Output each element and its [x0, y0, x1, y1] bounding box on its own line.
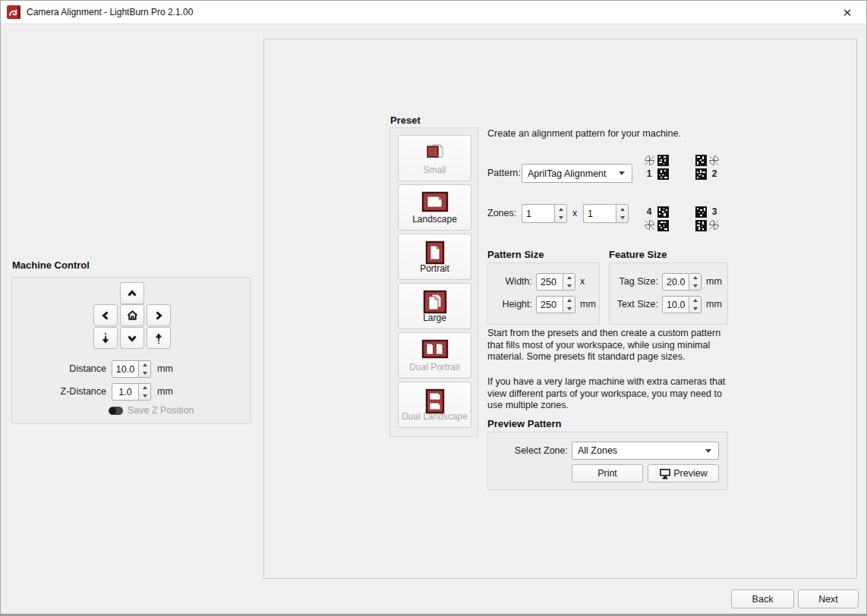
- portrait-page-icon: [399, 240, 471, 265]
- chevron-down-icon: [126, 332, 138, 344]
- preview-button-label: Preview: [673, 468, 707, 479]
- apriltag-icon: [657, 206, 669, 218]
- z-distance-spin-arrows[interactable]: [138, 384, 150, 400]
- landscape-page-icon: [399, 191, 471, 212]
- preset-title: Preset: [390, 115, 421, 126]
- back-button[interactable]: Back: [731, 589, 794, 608]
- preset-small-button[interactable]: Small: [398, 135, 471, 181]
- jog-right-button[interactable]: [147, 304, 171, 326]
- preview-button[interactable]: Preview: [648, 464, 719, 482]
- text-size-value: 10.0: [663, 297, 689, 313]
- monitor-icon: [659, 468, 671, 479]
- pattern-preview-corner-4: 4: [643, 206, 669, 231]
- apriltag-icon: [695, 206, 707, 218]
- chevron-up-icon: [126, 288, 138, 300]
- preset-portrait-button[interactable]: Portrait: [398, 234, 471, 280]
- z-distance-unit: mm: [157, 383, 173, 401]
- distance-spin-arrows[interactable]: [138, 361, 150, 377]
- help-paragraph-1: Start from the presets and then create a…: [487, 328, 732, 363]
- preset-group: Small Landscape Portrait: [389, 127, 478, 437]
- height-spin-arrows[interactable]: [563, 297, 575, 313]
- z-distance-value: 1.0: [112, 384, 138, 400]
- jog-down-button[interactable]: [120, 327, 144, 349]
- save-z-position-toggle[interactable]: [109, 407, 123, 415]
- pattern-size-title: Pattern Size: [487, 249, 544, 260]
- pattern-size-group: Width: 250 x Height: 250 mm: [487, 262, 600, 325]
- z-down-arrow-icon: [99, 332, 112, 344]
- dropdown-arrow-icon: [619, 171, 625, 175]
- select-zone-combobox[interactable]: All Zones: [572, 442, 719, 460]
- tag-size-unit: mm: [706, 273, 722, 291]
- tag-size-label: Tag Size:: [610, 273, 658, 291]
- z-distance-spinner[interactable]: 1.0: [112, 383, 151, 401]
- height-spinner[interactable]: 250: [536, 296, 575, 313]
- tag-size-value: 20.0: [663, 274, 689, 290]
- next-button[interactable]: Next: [798, 589, 859, 608]
- small-page-icon: [399, 142, 471, 162]
- width-value: 250: [537, 274, 563, 290]
- width-label: Width:: [488, 273, 532, 291]
- back-button-label: Back: [752, 594, 774, 605]
- home-button[interactable]: [120, 304, 144, 326]
- width-suffix: x: [580, 273, 585, 291]
- distance-spinner[interactable]: 10.0: [112, 360, 151, 378]
- text-size-label: Text Size:: [610, 296, 658, 313]
- zones-cols-spinner[interactable]: 1: [522, 204, 567, 223]
- registration-mark-icon: [708, 154, 720, 166]
- machine-control-group: Distance 10.0 mm Z-Distance 1.0 mm Save …: [11, 277, 251, 424]
- jog-up-button[interactable]: [120, 282, 144, 304]
- feature-size-title: Feature Size: [609, 249, 667, 260]
- preset-dual-portrait-button[interactable]: Dual Portrait: [398, 332, 471, 379]
- z-down-button[interactable]: [93, 327, 118, 349]
- width-spin-arrows[interactable]: [563, 274, 575, 290]
- pattern-preview-corner-1: 1: [643, 154, 669, 180]
- text-size-unit: mm: [706, 296, 722, 313]
- print-button-label: Print: [597, 468, 617, 479]
- tag-size-spinner[interactable]: 20.0: [662, 273, 701, 291]
- close-icon[interactable]: ✕: [836, 1, 859, 24]
- width-spinner[interactable]: 250: [536, 273, 575, 291]
- z-distance-label: Z-Distance: [12, 383, 106, 401]
- apriltag-icon: [657, 219, 669, 231]
- jog-left-button[interactable]: [93, 304, 118, 326]
- corner-number: 1: [643, 168, 655, 180]
- print-button[interactable]: Print: [572, 464, 643, 482]
- zones-label: Zones:: [487, 203, 516, 223]
- help-paragraph-2: If you have a very large machine with ex…: [487, 376, 732, 412]
- zones-rows-spinner[interactable]: 1: [583, 204, 629, 223]
- preset-large-button[interactable]: Large: [398, 283, 471, 329]
- window-title: Camera Alignment - LightBurn Pro 2.1.00: [27, 7, 193, 17]
- text-size-spinner[interactable]: 10.0: [662, 296, 701, 313]
- feature-size-group: Tag Size: 20.0 mm Text Size: 10.0 mm: [609, 262, 728, 325]
- machine-control-title: Machine Control: [12, 259, 90, 271]
- apriltag-icon: [695, 168, 707, 180]
- apriltag-icon: [695, 154, 707, 166]
- pattern-label: Pattern:: [487, 164, 521, 183]
- height-label: Height:: [488, 296, 532, 313]
- preset-landscape-button[interactable]: Landscape: [398, 184, 471, 231]
- zones-rows-spin-arrows[interactable]: [616, 205, 628, 222]
- registration-mark-icon: [643, 154, 655, 166]
- apriltag-icon: [657, 154, 669, 166]
- camera-alignment-window: Camera Alignment - LightBurn Pro 2.1.00 …: [0, 0, 867, 616]
- apriltag-icon: [695, 219, 707, 231]
- height-suffix: mm: [580, 296, 596, 313]
- z-up-button[interactable]: [147, 327, 171, 349]
- preset-dual-landscape-button[interactable]: Dual Landscape: [398, 382, 471, 428]
- chevron-left-icon: [99, 310, 112, 322]
- pattern-combobox-value: AprilTag Alignment: [528, 168, 619, 179]
- save-z-position-label: Save Z Position: [128, 405, 194, 416]
- height-value: 250: [537, 297, 563, 313]
- distance-label: Distance: [12, 360, 106, 378]
- intro-text: Create an alignment pattern for your mac…: [487, 128, 681, 139]
- lightburn-logo-icon: [7, 5, 20, 19]
- dual-portrait-pages-icon: [399, 339, 471, 359]
- text-size-spin-arrows[interactable]: [689, 297, 701, 313]
- registration-mark-icon: [643, 219, 655, 231]
- corner-number: 2: [708, 168, 720, 180]
- tag-size-spin-arrows[interactable]: [689, 274, 701, 290]
- preset-landscape-label: Landscape: [412, 214, 457, 225]
- zones-cols-spin-arrows[interactable]: [554, 205, 566, 222]
- pattern-combobox[interactable]: AprilTag Alignment: [522, 164, 632, 183]
- dual-landscape-pages-icon: [399, 388, 471, 414]
